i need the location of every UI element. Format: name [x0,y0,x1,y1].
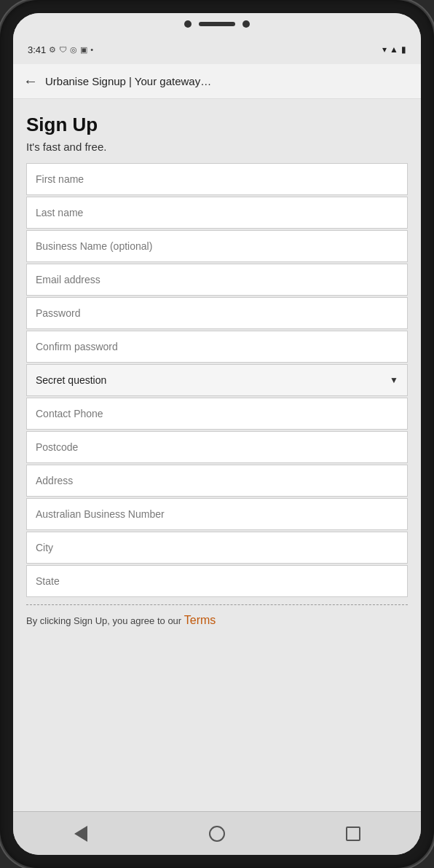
dot-icon: • [90,45,93,54]
back-button[interactable]: ← [23,73,38,90]
browser-title: Urbanise Signup | Your gateway… [45,75,211,87]
time-display: 3:41 [28,44,46,55]
shield-icon: 🛡 [59,45,67,54]
status-left: 3:41 ⚙ 🛡 ◎ ▣ • [28,44,93,55]
abn-input[interactable] [26,498,408,530]
content-area: Sign Up It's fast and free. Secret quest… [13,99,421,811]
battery-icon: ▮ [401,44,406,55]
home-circle-icon [209,826,225,842]
email-input[interactable] [26,264,408,296]
status-right: ▾ ▲ ▮ [382,44,406,55]
last-name-input[interactable] [26,197,408,229]
terms-text: By clicking Sign Up, you agree to our [26,615,184,626]
back-triangle-icon [74,826,87,842]
secret-question-wrapper[interactable]: Secret question What is your pet's name?… [26,364,408,396]
browser-toolbar: ← Urbanise Signup | Your gateway… [13,64,421,99]
phone-frame: 3:41 ⚙ 🛡 ◎ ▣ • ▾ ▲ ▮ ← Urbanise Signup |… [0,0,434,868]
location-icon: ◎ [70,45,77,55]
nav-back-button[interactable] [66,819,95,848]
signal-icon: ▲ [390,44,398,55]
terms-link[interactable]: Terms [184,614,216,626]
contact-phone-input[interactable] [26,398,408,430]
battery-saver-icon: ▣ [80,45,87,55]
camera-area [184,20,250,28]
address-input[interactable] [26,465,408,497]
business-name-input[interactable] [26,230,408,262]
wifi-icon: ▾ [382,44,387,55]
phone-screen: 3:41 ⚙ 🛡 ◎ ▣ • ▾ ▲ ▮ ← Urbanise Signup |… [13,13,421,855]
bottom-nav [13,811,421,855]
confirm-password-input[interactable] [26,331,408,363]
recents-square-icon [346,826,360,841]
password-input[interactable] [26,297,408,329]
camera-dot-right [242,20,250,28]
page-subtitle: It's fast and free. [26,141,408,153]
gear-icon: ⚙ [49,45,56,55]
notch-area [13,13,421,35]
speaker [199,22,235,26]
postcode-input[interactable] [26,431,408,463]
page-title: Sign Up [26,114,408,136]
terms-section: By clicking Sign Up, you agree to our Te… [26,604,408,631]
status-bar: 3:41 ⚙ 🛡 ◎ ▣ • ▾ ▲ ▮ [13,35,421,64]
first-name-input[interactable] [26,163,408,195]
state-input[interactable] [26,565,408,597]
nav-home-button[interactable] [202,819,232,848]
secret-question-select[interactable]: Secret question What is your pet's name?… [27,365,407,395]
city-input[interactable] [26,532,408,564]
camera-dot [184,20,192,28]
nav-recents-button[interactable] [339,819,368,848]
